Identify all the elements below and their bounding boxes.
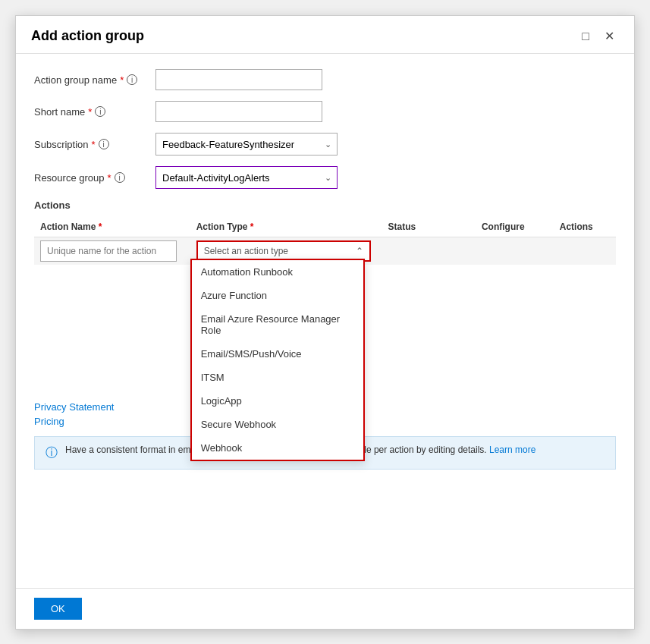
action-group-name-input[interactable] [155, 69, 322, 90]
dropdown-chevron-up-icon: ⌃ [356, 246, 363, 256]
dropdown-item-secure-webhook[interactable]: Secure Webhook [192, 413, 363, 436]
resource-group-label: Resource group * i [34, 172, 155, 184]
actions-table: Action Name * Action Type * Status Confi… [34, 217, 616, 265]
column-action-name: Action Name * [34, 217, 190, 237]
header-controls: □ ✕ [577, 29, 619, 44]
action-name-input[interactable] [40, 240, 177, 262]
dropdown-placeholder-text: Select an action type [204, 246, 288, 256]
action-group-name-row: Action group name * i [34, 69, 616, 90]
action-type-dropdown-menu: Automation Runbook Azure Function Email … [190, 259, 365, 461]
info-banner-icon: ⓘ [46, 445, 58, 461]
dialog-header: Add action group □ ✕ [16, 16, 634, 54]
dialog-title: Add action group [31, 28, 144, 44]
minimize-button[interactable]: □ [577, 29, 594, 44]
dropdown-item-itsm[interactable]: ITSM [192, 366, 363, 389]
configure-cell [476, 237, 554, 265]
resource-group-select-wrapper: Default-ActivityLogAlerts ⌄ [155, 166, 338, 189]
short-name-label: Short name * i [34, 106, 155, 118]
dropdown-item-azure-function[interactable]: Azure Function [192, 284, 363, 307]
action-type-cell: Select an action type ⌃ Automation Runbo… [190, 237, 382, 265]
add-action-group-dialog: Add action group □ ✕ Action group name *… [15, 15, 635, 630]
subscription-select[interactable]: Feedback-FeatureSynthesizer [155, 133, 338, 156]
column-action-type: Action Type * [190, 217, 382, 237]
required-indicator: * [120, 74, 124, 86]
required-indicator: * [108, 172, 111, 184]
actions-cell [554, 237, 616, 265]
short-name-info-icon[interactable]: i [95, 106, 105, 117]
subscription-select-wrapper: Feedback-FeatureSynthesizer ⌄ [155, 133, 338, 156]
dropdown-item-automation-runbook[interactable]: Automation Runbook [192, 260, 363, 284]
table-row: Select an action type ⌃ Automation Runbo… [34, 237, 616, 265]
dropdown-item-email-arm-role[interactable]: Email Azure Resource Manager Role [192, 307, 363, 342]
actions-section-label: Actions [34, 199, 616, 211]
column-status: Status [382, 217, 476, 237]
subscription-row: Subscription * i Feedback-FeatureSynthes… [34, 133, 616, 156]
learn-more-link[interactable]: Learn more [489, 445, 535, 455]
column-configure: Configure [476, 217, 554, 237]
dialog-body: Action group name * i Short name * i Sub… [16, 54, 634, 588]
dialog-footer: OK [16, 588, 634, 629]
table-header-row: Action Name * Action Type * Status Confi… [34, 217, 616, 237]
dropdown-item-email-sms-push-voice[interactable]: Email/SMS/Push/Voice [192, 342, 363, 366]
ok-button[interactable]: OK [34, 598, 82, 620]
resource-group-select[interactable]: Default-ActivityLogAlerts [155, 166, 338, 189]
subscription-label: Subscription * i [34, 139, 155, 150]
required-indicator: * [88, 106, 92, 118]
short-name-row: Short name * i [34, 101, 616, 122]
subscription-info-icon[interactable]: i [99, 139, 109, 149]
resource-group-info-icon[interactable]: i [115, 172, 125, 183]
close-button[interactable]: ✕ [600, 29, 619, 44]
short-name-input[interactable] [155, 101, 322, 122]
action-group-name-label: Action group name * i [34, 74, 155, 86]
dropdown-item-logicapp[interactable]: LogicApp [192, 389, 363, 413]
resource-group-row: Resource group * i Default-ActivityLogAl… [34, 166, 616, 189]
column-actions: Actions [554, 217, 616, 237]
action-name-cell [34, 237, 190, 265]
required-indicator: * [92, 139, 96, 150]
dropdown-item-webhook[interactable]: Webhook [192, 436, 363, 460]
action-group-name-info-icon[interactable]: i [127, 74, 137, 85]
status-cell [382, 237, 476, 265]
